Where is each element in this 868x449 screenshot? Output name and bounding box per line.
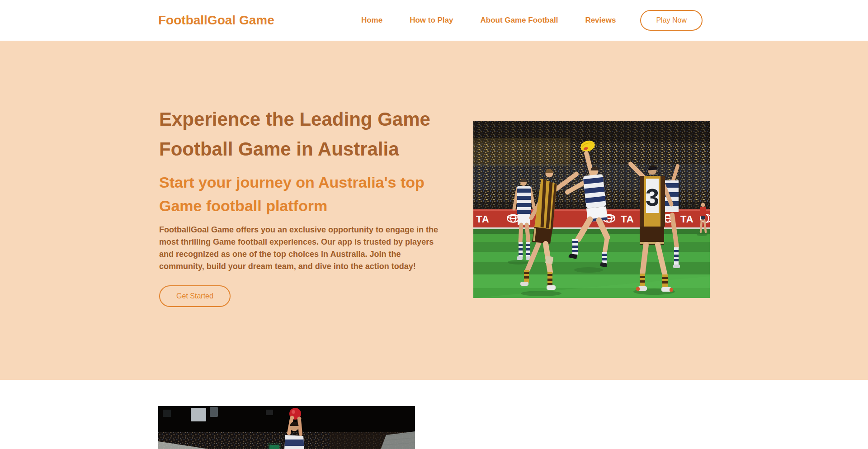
brand-logo[interactable]: FootballGoal Game: [158, 13, 274, 28]
ad-board-text: TA: [476, 213, 490, 225]
afl-red-ball-illustration: [158, 406, 415, 449]
site-header: FootballGoal Game Home How to Play About…: [0, 0, 868, 41]
stadium-roof: [158, 406, 415, 432]
hero-subtitle: Start your journey on Australia's topGam…: [159, 170, 458, 217]
nav-item-reviews[interactable]: Reviews: [585, 16, 616, 25]
nav-item-home[interactable]: Home: [361, 16, 382, 25]
hero-section: Experience the Leading GameFootball Game…: [0, 41, 868, 380]
hero-image: TA TA: [473, 121, 710, 298]
hero-subtitle-line-2: Game football platform: [159, 194, 458, 217]
hero-title-line-2: Football Game in Australia: [159, 134, 458, 164]
nav-item-how-to-play[interactable]: How to Play: [410, 16, 453, 25]
hero-subtitle-line-1: Start your journey on Australia's top: [159, 170, 458, 194]
hero-title-line-1: Experience the Leading Game: [159, 104, 458, 134]
afl-match-illustration: TA TA: [473, 121, 710, 298]
main-nav: Home How to Play About Game Football Rev…: [361, 16, 616, 25]
jersey-number: 3: [646, 184, 659, 211]
get-started-button[interactable]: Get Started: [159, 285, 231, 307]
hero-title: Experience the Leading GameFootball Game…: [159, 104, 458, 164]
nav-item-about-game-football[interactable]: About Game Football: [480, 16, 558, 25]
football-photo: [158, 406, 415, 449]
hero-description: FootballGoal Game offers you an exclusiv…: [159, 224, 458, 273]
hero-text-block: Experience the Leading GameFootball Game…: [159, 104, 458, 307]
play-now-button[interactable]: Play Now: [640, 10, 703, 31]
ad-board-text: TA: [621, 213, 634, 225]
content-section: [0, 406, 868, 449]
ad-board-text: TA: [680, 213, 694, 225]
